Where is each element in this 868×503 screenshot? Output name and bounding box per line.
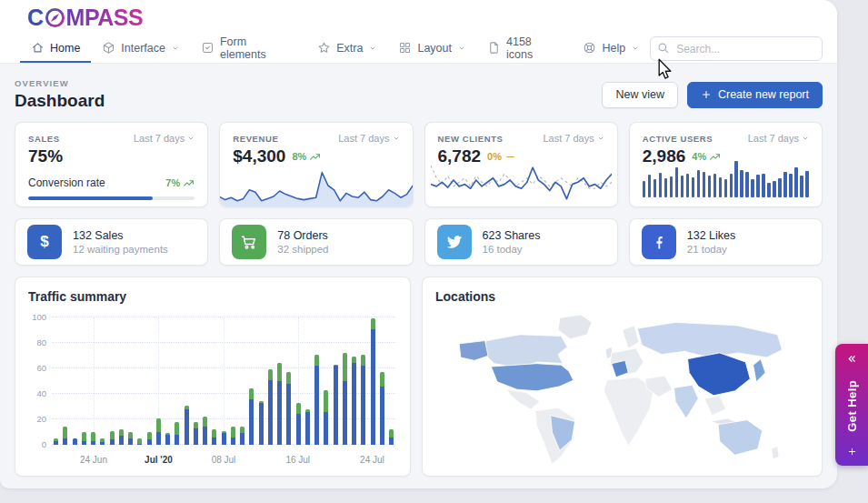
- chevron-down-icon: [369, 45, 376, 52]
- get-help-label: Get Help: [845, 380, 859, 432]
- page-content: OVERVIEW Dashboard New view Create new r…: [0, 64, 837, 477]
- nav-item-interface[interactable]: Interface: [91, 35, 190, 63]
- lifebuoy-icon: [583, 41, 596, 55]
- search-icon: [657, 42, 670, 55]
- mouse-cursor: [656, 58, 673, 80]
- nav-label: Interface: [121, 42, 165, 55]
- nav-item-home[interactable]: Home: [20, 35, 91, 63]
- new-clients-sparkline: [431, 159, 612, 201]
- navbar: Home Interface Form elements Extra Layou…: [0, 35, 837, 64]
- mini-cards-row: $ 132 Sales 12 waiting payments 78 Order…: [15, 218, 823, 266]
- card-label: REVENUE: [233, 134, 278, 144]
- chevron-down-icon: [597, 135, 604, 142]
- new-clients-card: NEW CLIENTS Last 7 days 6,782 0%: [424, 122, 618, 207]
- new-view-label: New view: [615, 88, 664, 101]
- locations-card: Locations: [422, 277, 823, 477]
- page-eyebrow: OVERVIEW: [15, 78, 105, 88]
- mini-card-title: 623 Shares: [483, 229, 541, 242]
- traffic-bars: [54, 317, 394, 445]
- search-input[interactable]: [650, 36, 823, 61]
- trending-up-icon: [309, 151, 321, 163]
- orders-mini-card[interactable]: 78 Orders 32 shipped: [219, 218, 413, 266]
- create-report-button[interactable]: Create new report: [687, 82, 823, 108]
- checkbox-icon: [201, 41, 215, 55]
- file-icon: [487, 41, 501, 55]
- shares-mini-card[interactable]: 623 Shares 16 today: [424, 218, 618, 266]
- chevron-down-icon: [187, 135, 195, 142]
- page-header: OVERVIEW Dashboard New view Create new r…: [15, 78, 823, 111]
- revenue-sparkline: [219, 164, 413, 207]
- trending-up-icon: [183, 177, 195, 189]
- plus-icon: [847, 447, 857, 457]
- get-help-button[interactable]: Get Help: [835, 344, 868, 466]
- logo-letter-c: C: [27, 5, 44, 31]
- traffic-summary-card: Traffic summary 02040608010024 JunJul '2…: [15, 277, 411, 477]
- mini-card-subtitle: 16 today: [483, 244, 541, 255]
- mini-card-subtitle: 32 shipped: [277, 244, 328, 255]
- traffic-summary-title: Traffic summary: [28, 289, 397, 304]
- nav-label: Form elements: [220, 35, 295, 61]
- nav-item-extra[interactable]: Extra: [306, 35, 387, 63]
- mini-card-title: 132 Likes: [687, 229, 736, 242]
- nav-label: Home: [50, 42, 80, 55]
- conversion-rate-label: Conversion rate: [28, 176, 105, 189]
- mini-card-subtitle: 21 today: [687, 244, 736, 255]
- chevron-down-icon: [393, 135, 400, 142]
- logo-bar: C MPASS: [0, 0, 837, 35]
- chevron-down-icon: [802, 135, 809, 142]
- nav-item-help[interactable]: Help: [572, 35, 650, 63]
- stats-row: SALES Last 7 days 75% Conversion rate 7%…: [15, 122, 823, 207]
- sales-mini-card[interactable]: $ 132 Sales 12 waiting payments: [15, 218, 208, 266]
- nav-label: Help: [602, 42, 625, 55]
- nav-label: Layout: [417, 42, 452, 55]
- likes-mini-card[interactable]: 132 Likes 21 today: [629, 218, 823, 266]
- nav-item-icons[interactable]: 4158 icons: [476, 35, 572, 63]
- world-map: [430, 310, 814, 470]
- twitter-icon: [437, 225, 472, 259]
- currency-dollar-icon: $: [27, 225, 62, 259]
- shopping-cart-icon: [232, 225, 266, 259]
- chevron-down-icon: [172, 45, 179, 52]
- delta-badge: 7%: [165, 177, 195, 189]
- app-window: C MPASS Home Interface: [0, 0, 837, 488]
- star-icon: [317, 41, 331, 55]
- card-value: 75%: [28, 146, 63, 166]
- package-icon: [102, 41, 115, 55]
- chevron-down-icon: [632, 45, 639, 52]
- facebook-icon: [642, 225, 676, 259]
- conversion-progress-fill: [28, 196, 153, 200]
- page-title: Dashboard: [15, 91, 105, 111]
- plus-icon: [701, 89, 712, 100]
- active-users-card: ACTIVE USERS Last 7 days 2,986 4%: [629, 122, 823, 207]
- card-label: ACTIVE USERS: [643, 134, 713, 144]
- conversion-progress: [28, 196, 195, 200]
- card-label: NEW CLIENTS: [438, 134, 504, 144]
- nav-label: Extra: [336, 42, 363, 55]
- nav-item-layout[interactable]: Layout: [387, 35, 476, 63]
- nav-item-form-elements[interactable]: Form elements: [190, 35, 306, 63]
- create-report-label: Create new report: [718, 88, 809, 101]
- card-label: SALES: [28, 134, 60, 144]
- locations-title: Locations: [435, 289, 809, 304]
- stage: C MPASS Home Interface: [0, 0, 868, 503]
- range-dropdown[interactable]: Last 7 days: [748, 133, 809, 144]
- mini-card-title: 78 Orders: [277, 229, 328, 242]
- sales-card: SALES Last 7 days 75% Conversion rate 7%: [15, 122, 208, 207]
- compass-logo[interactable]: C MPASS: [27, 5, 143, 31]
- traffic-chart-plot: 02040608010024 JunJul '2008 Jul16 Jul24 …: [52, 317, 395, 445]
- nav-label: 4158 icons: [506, 35, 561, 61]
- range-dropdown[interactable]: Last 7 days: [543, 133, 604, 144]
- range-dropdown[interactable]: Last 7 days: [134, 133, 195, 144]
- bottom-row: Traffic summary 02040608010024 JunJul '2…: [15, 277, 823, 477]
- logo-letters-rest: MPASS: [66, 5, 144, 31]
- mini-card-title: 132 Sales: [73, 229, 168, 242]
- mini-card-subtitle: 12 waiting payments: [73, 244, 168, 255]
- layout-grid-icon: [398, 41, 412, 55]
- chevron-down-icon: [458, 45, 465, 52]
- search-box: [650, 36, 823, 61]
- chevrons-left-icon: [846, 353, 858, 365]
- new-view-button[interactable]: New view: [602, 82, 678, 108]
- delta-badge: 8%: [292, 151, 321, 163]
- range-dropdown[interactable]: Last 7 days: [338, 133, 399, 144]
- revenue-card: REVENUE Last 7 days $4,300 8%: [219, 122, 413, 207]
